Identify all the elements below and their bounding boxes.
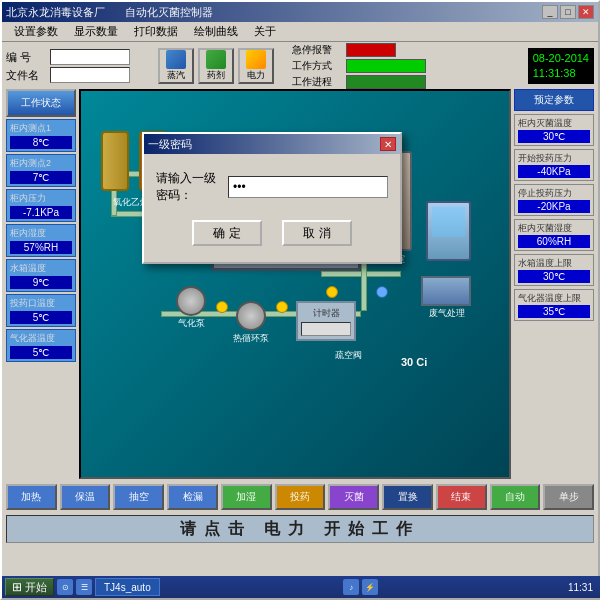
modal-cancel-button[interactable]: 取 消 bbox=[282, 220, 352, 246]
password-input[interactable] bbox=[228, 176, 388, 198]
modal-prompt: 请输入一级密码： bbox=[156, 170, 220, 204]
modal-titlebar: 一级密码 ✕ bbox=[144, 134, 400, 154]
modal-ok-button[interactable]: 确 定 bbox=[192, 220, 262, 246]
modal-overlay: 一级密码 ✕ 请输入一级密码： 确 定 取 消 bbox=[2, 2, 598, 598]
password-dialog: 一级密码 ✕ 请输入一级密码： 确 定 取 消 bbox=[142, 132, 402, 264]
modal-close-button[interactable]: ✕ bbox=[380, 137, 396, 151]
modal-title: 一级密码 bbox=[148, 137, 192, 152]
modal-body: 请输入一级密码： 确 定 取 消 bbox=[144, 154, 400, 262]
